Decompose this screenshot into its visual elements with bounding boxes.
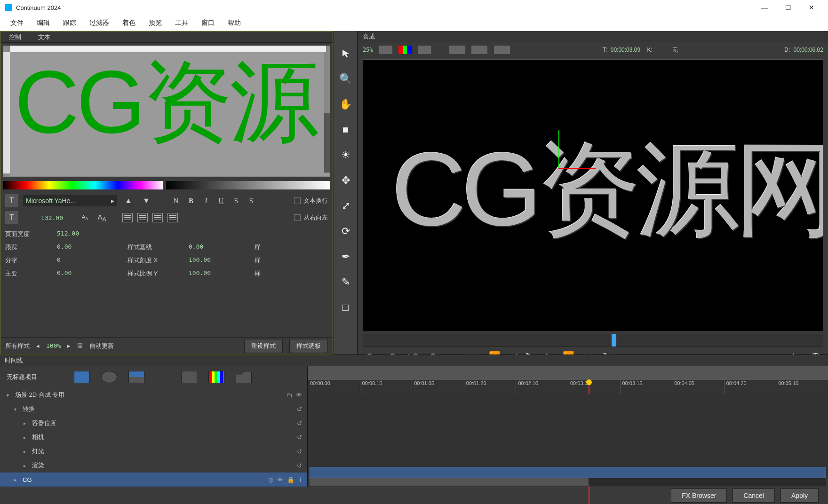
size-down-icon[interactable]: ▼ xyxy=(140,194,153,207)
display-mode-icon[interactable] xyxy=(449,46,465,54)
text-style-icon[interactable]: T xyxy=(5,211,18,224)
safe-area-icon[interactable] xyxy=(471,46,487,54)
font-size-field[interactable]: 132.00 xyxy=(41,214,63,221)
font-family-dropdown[interactable]: Microsoft YaHe...▸ xyxy=(23,195,117,206)
folder-icon[interactable] xyxy=(236,371,252,383)
target-icon[interactable]: ◎ xyxy=(268,476,273,483)
reset-style-button[interactable]: 重设样式 xyxy=(244,339,283,353)
solid-icon[interactable] xyxy=(181,371,197,383)
reset-icon[interactable]: ↺ xyxy=(297,462,302,469)
colorbars-icon[interactable] xyxy=(208,371,224,383)
rotate-icon[interactable]: ⟳ xyxy=(337,223,354,240)
tree-eye-icon[interactable]: 👁 xyxy=(296,392,302,399)
minimize-button[interactable]: — xyxy=(753,0,776,15)
apply-button[interactable]: Apply xyxy=(780,488,819,503)
scale-icon[interactable]: ⤢ xyxy=(337,197,354,214)
menu-track[interactable]: 跟踪 xyxy=(56,17,83,29)
tracks-area[interactable] xyxy=(308,394,828,477)
pen-icon[interactable]: ✒ xyxy=(337,248,354,265)
viewer-zoom[interactable]: 25% xyxy=(363,47,373,53)
light-icon[interactable]: ☀ xyxy=(337,147,354,164)
reset-icon[interactable]: ↺ xyxy=(297,448,302,455)
lock-icon[interactable]: 🔒 xyxy=(287,476,295,483)
sphere-mode-icon[interactable] xyxy=(101,371,117,383)
zoom-icon[interactable]: 🔍 xyxy=(337,71,354,87)
grid-icon[interactable] xyxy=(494,46,510,54)
reset-icon[interactable]: ↺ xyxy=(297,406,302,413)
cancel-button[interactable]: Cancel xyxy=(732,488,775,503)
camera-icon[interactable]: ■ xyxy=(337,121,354,138)
pan-icon[interactable]: ✋ xyxy=(337,96,354,113)
channel-rgb-icon[interactable] xyxy=(398,46,412,54)
canvas-scrollbar[interactable] xyxy=(324,52,330,173)
size-large-icon[interactable]: AA xyxy=(97,213,106,223)
tree-camera[interactable]: 相机 xyxy=(32,433,44,441)
text-canvas[interactable]: CG资源 xyxy=(3,46,330,177)
reset-icon[interactable]: ↺ xyxy=(297,420,302,427)
text-layer-icon[interactable]: T xyxy=(298,476,302,483)
tab-control[interactable]: 控制 xyxy=(0,32,30,42)
viewer[interactable]: CG资源网 xyxy=(363,59,823,332)
text-tool-icon[interactable]: T xyxy=(5,194,18,207)
kerning-field[interactable]: 0 xyxy=(57,256,127,265)
luminance-slider[interactable] xyxy=(166,181,330,189)
pointer-icon[interactable] xyxy=(337,45,354,62)
size-up-icon[interactable]: ▲ xyxy=(122,194,135,207)
tree-transform[interactable]: 转换 xyxy=(23,405,35,413)
menu-edit[interactable]: 编辑 xyxy=(30,17,56,29)
layer-mode-icon[interactable] xyxy=(74,371,90,383)
maximize-button[interactable]: ☐ xyxy=(776,0,800,15)
style-base-field[interactable]: 0.00 xyxy=(189,243,255,252)
style-scale-y-field[interactable]: 100.00 xyxy=(189,269,255,278)
style-italic[interactable]: I xyxy=(201,197,211,205)
menu-shade[interactable]: 着色 xyxy=(116,17,142,29)
menu-file[interactable]: 文件 xyxy=(4,17,30,29)
timeline-scrollbar[interactable] xyxy=(310,478,826,486)
align-justify[interactable] xyxy=(167,213,178,222)
tree-cg-layer[interactable]: CG xyxy=(23,476,32,483)
tree-head[interactable]: 场景 2D 合成 专用 xyxy=(15,391,64,399)
style-bold[interactable]: B xyxy=(186,197,196,205)
panel-zoom[interactable]: 100% xyxy=(46,342,61,349)
style-normal[interactable]: N xyxy=(171,197,181,205)
move-icon[interactable]: ✥ xyxy=(337,172,354,189)
align-center[interactable] xyxy=(137,213,148,222)
leading-field[interactable]: 0.00 xyxy=(57,269,127,278)
eye-icon[interactable]: 👁 xyxy=(277,476,283,483)
menu-tools[interactable]: 工具 xyxy=(168,17,195,29)
menu-help[interactable]: 帮助 xyxy=(221,17,247,29)
fx-browser-button[interactable]: FX Browser xyxy=(671,488,727,503)
time-ruler[interactable]: 00:00.00 00:00.15 00:01.05 00:01.20 00:0… xyxy=(308,380,828,394)
align-left[interactable] xyxy=(122,213,133,222)
work-area-bar[interactable] xyxy=(308,366,828,380)
tracking-field[interactable]: 0.00 xyxy=(57,243,127,252)
menu-filter[interactable]: 过滤器 xyxy=(83,17,116,29)
pencil-icon[interactable]: ✎ xyxy=(337,274,354,291)
editable-text[interactable]: CG资源 xyxy=(15,57,316,146)
size-small-icon[interactable]: AA xyxy=(82,214,88,221)
style-strike[interactable]: S xyxy=(231,197,241,205)
align-right[interactable] xyxy=(152,213,163,222)
hue-slider[interactable] xyxy=(3,181,163,189)
channel-y-icon[interactable] xyxy=(379,46,392,54)
close-button[interactable]: ✕ xyxy=(800,0,823,15)
viewer-scrubber[interactable] xyxy=(363,334,823,347)
tree-container-pos[interactable]: 容器位置 xyxy=(32,419,56,427)
tree-render[interactable]: 渲染 xyxy=(32,461,44,470)
rtl-checkbox[interactable] xyxy=(294,214,301,221)
rect-icon[interactable]: □ xyxy=(337,299,354,316)
style-palette-button[interactable]: 样式调板 xyxy=(289,339,328,353)
wrap-checkbox[interactable] xyxy=(294,197,301,204)
menu-preview[interactable]: 预览 xyxy=(142,17,168,29)
tab-text[interactable]: 文本 xyxy=(30,32,59,42)
menu-window[interactable]: 窗口 xyxy=(195,17,221,29)
style-strike2[interactable]: S xyxy=(246,197,256,205)
page-width-field[interactable]: 512.00 xyxy=(57,230,127,238)
channel-a-icon[interactable] xyxy=(418,46,431,54)
reset-icon[interactable]: ↺ xyxy=(297,434,302,441)
cg-clip[interactable] xyxy=(310,467,826,478)
scrubber-handle[interactable] xyxy=(612,334,616,346)
style-underline[interactable]: U xyxy=(216,197,226,205)
tree-folder-icon[interactable]: 🗀 xyxy=(286,392,292,399)
auto-update-check[interactable]: ☒ xyxy=(77,342,83,349)
